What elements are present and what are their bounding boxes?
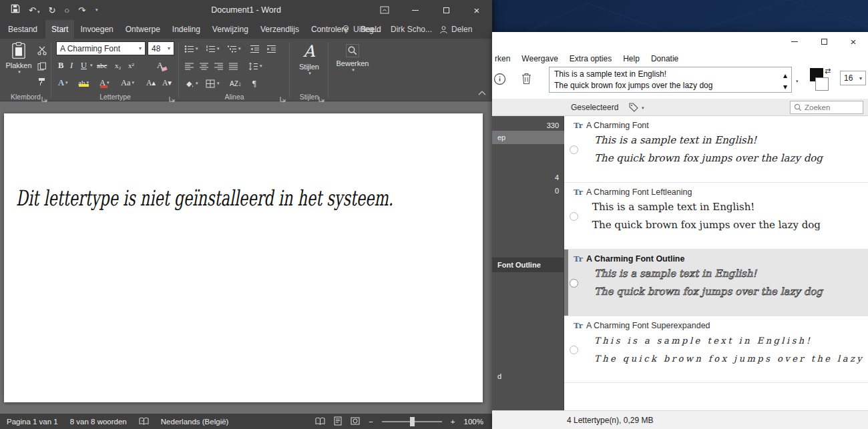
close-button[interactable]: × (839, 32, 868, 51)
preview-size-combobox[interactable]: 16▾ (840, 71, 866, 85)
search-input[interactable] (805, 103, 858, 111)
radio-button[interactable] (570, 279, 578, 288)
document-page[interactable]: Dit lettertype is niet geïnstalleerd in … (4, 113, 483, 402)
justify-button[interactable] (228, 59, 238, 73)
background-color-chip[interactable] (815, 77, 829, 91)
sidebar-item[interactable]: d (492, 370, 564, 383)
redo-icon[interactable]: ↻ (48, 5, 55, 15)
italic-button[interactable]: I (70, 59, 73, 72)
paste-button[interactable]: Plakken ▾ (4, 41, 33, 75)
font-list-item[interactable]: Tr A Charming Font This is a sample text… (564, 116, 868, 183)
styles-gallery-button[interactable]: A Stijlen ▾ (294, 42, 324, 76)
zoom-out-button[interactable]: − (369, 418, 373, 426)
search-box[interactable] (790, 101, 863, 114)
share-button[interactable]: Delen (439, 20, 472, 39)
underline-button[interactable]: U (81, 59, 87, 72)
maximize-button[interactable] (431, 0, 461, 20)
align-right-button[interactable] (214, 59, 224, 73)
font-color-button[interactable]: A▾ (99, 76, 110, 89)
borders-button[interactable]: ▾ (206, 77, 220, 90)
word-count[interactable]: 8 van 8 woorden (70, 418, 127, 426)
collapse-ribbon-icon[interactable] (478, 86, 486, 98)
sidebar-group-header[interactable]: Font Outline (492, 258, 564, 272)
menu-donatie[interactable]: Donatie (651, 54, 678, 63)
touch-draw-icon[interactable]: ○ (64, 5, 69, 15)
zoom-level[interactable]: 100% (464, 418, 483, 426)
copy-button[interactable] (37, 59, 47, 73)
spinner-down-icon[interactable]: ▾ (783, 81, 787, 92)
page-indicator[interactable]: Pagina 1 van 1 (7, 418, 58, 426)
font-list-item[interactable]: Tr A Charming Font Leftleaning This is a… (564, 183, 868, 250)
font-name-combobox[interactable]: A Charming Font▾ (56, 41, 146, 55)
minimize-button[interactable] (400, 0, 431, 20)
cut-button[interactable] (37, 44, 47, 57)
align-left-button[interactable] (184, 59, 194, 73)
font-list-item[interactable]: Tr A Charming Font Superexpanded This is… (564, 316, 868, 383)
tab-bestand[interactable]: Bestand (0, 20, 45, 39)
underline-caret-icon[interactable]: ▾ (90, 63, 93, 68)
tab-verwijzingen[interactable]: Verwijzing (206, 20, 254, 39)
read-mode-icon[interactable] (315, 417, 325, 426)
decrease-indent-button[interactable] (250, 42, 260, 55)
sample-text-input[interactable]: This is a sample text in English! The qu… (549, 67, 792, 93)
print-layout-icon[interactable] (334, 416, 342, 427)
tag-icon[interactable] (629, 103, 638, 114)
line-spacing-button[interactable]: ▾ (248, 59, 262, 73)
account-button[interactable]: Dirk Scho... (391, 20, 432, 39)
clipboard-dialog-launcher-icon[interactable] (41, 93, 48, 99)
text-highlight-button[interactable]: ab▾ (78, 76, 89, 89)
trash-icon[interactable] (521, 73, 531, 87)
clear-formatting-button[interactable]: A (157, 59, 163, 72)
zoom-slider-handle[interactable] (410, 417, 415, 426)
web-layout-icon[interactable] (351, 417, 360, 426)
bullet-list-button[interactable]: ▾ (184, 42, 198, 55)
save-icon[interactable] (11, 4, 20, 16)
tab-ontwerpen[interactable]: Ontwerpe (120, 20, 166, 39)
sample-presets-caret-icon[interactable]: ▾ (796, 79, 799, 84)
close-button[interactable]: × (461, 0, 492, 20)
undo-icon[interactable]: ↶▾ (29, 4, 39, 16)
radio-button[interactable] (570, 145, 578, 154)
radio-button[interactable] (570, 212, 578, 221)
zoom-slider[interactable] (382, 421, 442, 422)
qat-customize-icon[interactable]: ▾ (95, 7, 98, 13)
repeat-icon[interactable]: ↷ (78, 5, 85, 15)
ribbon-display-options-icon[interactable] (369, 0, 400, 20)
paragraph-dialog-launcher-icon[interactable] (280, 93, 286, 99)
proofing-icon[interactable] (139, 417, 149, 426)
sidebar-item[interactable]: 0 (492, 184, 564, 197)
tab-verzendlijsten[interactable]: Verzendlijs (254, 20, 305, 39)
info-icon[interactable] (493, 73, 506, 87)
radio-button[interactable] (570, 346, 578, 354)
sample-spinner[interactable]: ▴ ▾ (781, 68, 790, 92)
font-size-combobox[interactable]: 48▾ (148, 41, 174, 55)
maximize-button[interactable] (809, 32, 839, 51)
increase-indent-button[interactable] (266, 42, 276, 55)
sidebar-item[interactable]: 4 (492, 171, 564, 184)
selected-filter-button[interactable]: Geselecteerd (571, 99, 618, 116)
multilevel-list-button[interactable]: ▾ (227, 42, 241, 55)
shading-button[interactable]: ▾ (184, 77, 198, 90)
show-marks-button[interactable]: ¶ (252, 77, 256, 90)
tab-indeling[interactable]: Indeling (166, 20, 206, 39)
change-case-button[interactable]: Aa▾ (121, 76, 134, 89)
shrink-font-button[interactable]: A▾ (162, 76, 172, 89)
sort-button[interactable]: AZ↓ (230, 77, 242, 90)
tab-start[interactable]: Start (45, 20, 74, 39)
minimize-button[interactable] (780, 32, 809, 51)
font-list-item-selected[interactable]: Tr A Charming Font Outline This is a sam… (564, 250, 868, 316)
tellme-button[interactable]: Uitleg... (342, 20, 381, 39)
strikethrough-button[interactable]: abc (97, 59, 107, 72)
menu-bewerken[interactable]: rken (495, 54, 510, 63)
menu-extra-opties[interactable]: Extra opties (570, 54, 612, 63)
subscript-button[interactable]: x₂ (115, 59, 121, 72)
language-indicator[interactable]: Nederlands (België) (161, 418, 229, 426)
editing-button[interactable]: Bewerken ▾ (334, 44, 371, 73)
numbered-list-button[interactable]: ▾ (206, 42, 220, 55)
font-dialog-launcher-icon[interactable] (169, 93, 176, 99)
zoom-in-button[interactable]: + (451, 418, 455, 426)
text-effects-button[interactable]: A▾ (58, 76, 68, 89)
superscript-button[interactable]: x² (128, 59, 134, 72)
bold-button[interactable]: B (58, 59, 63, 72)
format-painter-button[interactable] (37, 75, 46, 88)
